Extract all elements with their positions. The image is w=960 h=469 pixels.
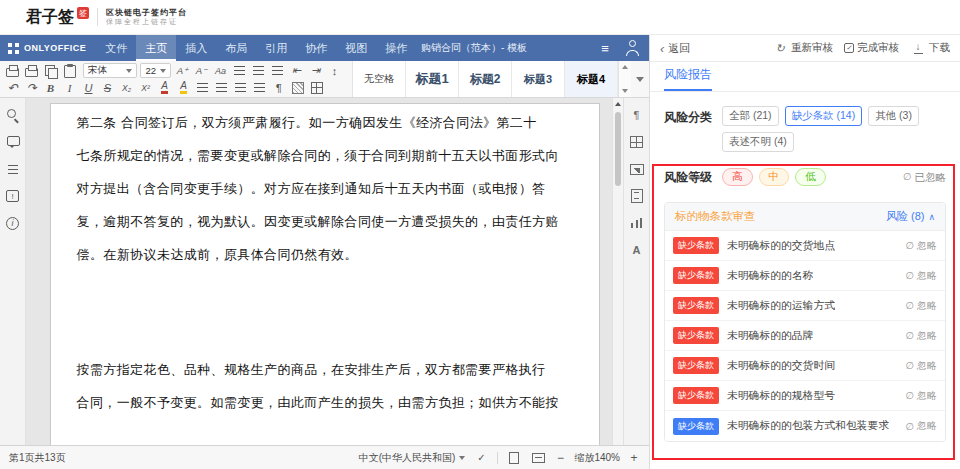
increase-font-icon[interactable] [174, 63, 191, 79]
underline-button[interactable] [80, 80, 97, 96]
scroll-up-arrow[interactable] [613, 98, 623, 110]
ignore-button[interactable]: ∅ 忽略 [905, 389, 937, 403]
brand-slogans: 区块链电子签约平台 保障全程上链存证 [106, 8, 187, 27]
scrollbar-thumb[interactable] [615, 112, 621, 186]
shading-icon[interactable] [289, 80, 306, 96]
font-family-select[interactable]: 宋体 [83, 63, 137, 78]
align-justify-icon[interactable] [251, 80, 268, 96]
about-icon[interactable] [5, 215, 21, 231]
risk-item[interactable]: 缺少条款 未明确标的的规格型号 ∅ 忽略 [665, 381, 945, 411]
level-chip[interactable]: 低 [795, 168, 826, 186]
italic-button[interactable] [61, 80, 78, 96]
change-case-icon[interactable] [212, 63, 229, 79]
risk-item[interactable]: 缺少条款 未明确标的的运输方式 ∅ 忽略 [665, 291, 945, 321]
decrease-font-icon[interactable] [193, 63, 210, 79]
paste-icon[interactable] [61, 63, 78, 79]
tab-risk-report[interactable]: 风险报告 [664, 66, 712, 91]
filter-chip[interactable]: 全部 (21) [722, 106, 779, 126]
risk-item[interactable]: 缺少条款 未明确标的的交货地点 ∅ 忽略 [665, 231, 945, 261]
highlight-color-icon[interactable] [175, 80, 192, 96]
back-button[interactable]: ‹ 返回 [660, 41, 690, 56]
gallery-up-icon[interactable] [622, 65, 628, 69]
style-preset[interactable]: 标题2 [459, 61, 512, 97]
quick-print-icon[interactable] [23, 63, 40, 79]
copy-icon[interactable] [42, 63, 59, 79]
risk-item[interactable]: 缺少条款 未明确标的的品牌 ∅ 忽略 [665, 321, 945, 351]
comments-icon[interactable] [5, 134, 21, 150]
ignored-filter[interactable]: ∅ 已忽略 [903, 166, 946, 188]
align-center-icon[interactable] [213, 80, 230, 96]
zoom-out-button[interactable]: − [554, 451, 566, 465]
fit-page-icon[interactable] [506, 450, 522, 466]
bold-button[interactable] [42, 80, 59, 96]
style-preset[interactable]: 标题3 [512, 61, 565, 97]
level-chip[interactable]: 中 [759, 168, 790, 186]
filter-chip[interactable]: 其他 (3) [868, 106, 919, 126]
document-page[interactable]: 第二条 合同签订后，双方须严肃履行。如一方确因发生《经济合同法》第二十七条所规定… [50, 103, 600, 445]
header-footer-settings-icon[interactable] [629, 188, 645, 204]
navigation-icon[interactable] [5, 161, 21, 177]
ignore-button[interactable]: ∅ 忽略 [905, 359, 937, 373]
language-select[interactable]: 中文(中华人民共和国) [359, 451, 466, 465]
subscript-icon[interactable] [118, 80, 135, 96]
menu-tab[interactable]: 操作 [376, 35, 416, 61]
toolbar-collapse-button[interactable] [631, 61, 649, 97]
feedback-icon[interactable] [5, 188, 21, 204]
zoom-level[interactable]: 缩放140% [574, 451, 620, 465]
rerun-review-button[interactable]: 重新审核 [772, 40, 833, 56]
ignore-button[interactable]: ∅ 忽略 [905, 329, 937, 343]
ignore-button[interactable]: ∅ 忽略 [905, 419, 937, 433]
font-color-icon[interactable] [156, 80, 173, 96]
style-preset[interactable]: 标题4 [565, 61, 618, 97]
ignore-button[interactable]: ∅ 忽略 [905, 299, 937, 313]
menu-tab[interactable]: 引用 [256, 35, 296, 61]
finish-review-button[interactable]: 完成审核 [844, 40, 899, 56]
risk-item[interactable]: 缺少条款 未明确标的的交货时间 ∅ 忽略 [665, 351, 945, 381]
multilevel-list-icon[interactable] [269, 63, 286, 79]
spellcheck-icon[interactable] [473, 450, 489, 466]
table-settings-icon[interactable] [629, 134, 645, 150]
ignore-button[interactable]: ∅ 忽略 [905, 269, 937, 283]
risk-item[interactable]: 缺少条款 未明确标的的包装方式和包装要求 ∅ 忽略 [665, 411, 945, 441]
font-size-select[interactable]: 22 [140, 63, 171, 78]
risk-section-collapse[interactable]: 风险 (8) ∧ [886, 209, 935, 224]
borders-icon[interactable] [308, 80, 325, 96]
zoom-in-button[interactable]: + [628, 451, 640, 465]
numbered-list-icon[interactable] [250, 63, 267, 79]
image-settings-icon[interactable] [629, 161, 645, 177]
menu-tab[interactable]: 文件 [96, 35, 136, 61]
line-spacing-icon[interactable] [326, 63, 343, 79]
menu-tab[interactable]: 协作 [296, 35, 336, 61]
align-left-icon[interactable] [194, 80, 211, 96]
fit-width-icon[interactable] [530, 450, 546, 466]
increase-indent-icon[interactable] [307, 63, 324, 79]
strikethrough-button[interactable] [99, 80, 116, 96]
search-icon[interactable] [5, 107, 21, 123]
superscript-icon[interactable] [137, 80, 154, 96]
menu-tab[interactable]: 主页 [136, 35, 176, 61]
redo-icon[interactable] [23, 80, 40, 96]
level-chip[interactable]: 高 [722, 168, 753, 186]
menu-tab[interactable]: 布局 [216, 35, 256, 61]
download-button[interactable]: 下载 [910, 40, 950, 56]
style-preset[interactable]: 标题1 [406, 61, 459, 97]
bullet-list-icon[interactable] [231, 63, 248, 79]
decrease-indent-icon[interactable] [288, 63, 305, 79]
ignore-button[interactable]: ∅ 忽略 [905, 239, 937, 253]
undo-icon[interactable] [4, 80, 21, 96]
user-icon[interactable] [625, 40, 641, 56]
print-icon[interactable] [4, 63, 21, 79]
menu-burger-icon[interactable] [597, 40, 613, 56]
paragraph-settings-icon[interactable] [629, 107, 645, 123]
risk-item[interactable]: 缺少条款 未明确标的的名称 ∅ 忽略 [665, 261, 945, 291]
textart-settings-icon[interactable] [629, 242, 645, 258]
menu-tab[interactable]: 插入 [176, 35, 216, 61]
show-paragraph-marks-icon[interactable] [270, 80, 287, 96]
gallery-down-icon[interactable] [622, 89, 628, 93]
filter-chip[interactable]: 表述不明 (4) [722, 132, 794, 152]
style-preset[interactable]: 无空格 [353, 61, 406, 97]
menu-tab[interactable]: 视图 [336, 35, 376, 61]
chart-settings-icon[interactable] [629, 215, 645, 231]
align-right-icon[interactable] [232, 80, 249, 96]
filter-chip[interactable]: 缺少条款 (14) [785, 106, 863, 126]
